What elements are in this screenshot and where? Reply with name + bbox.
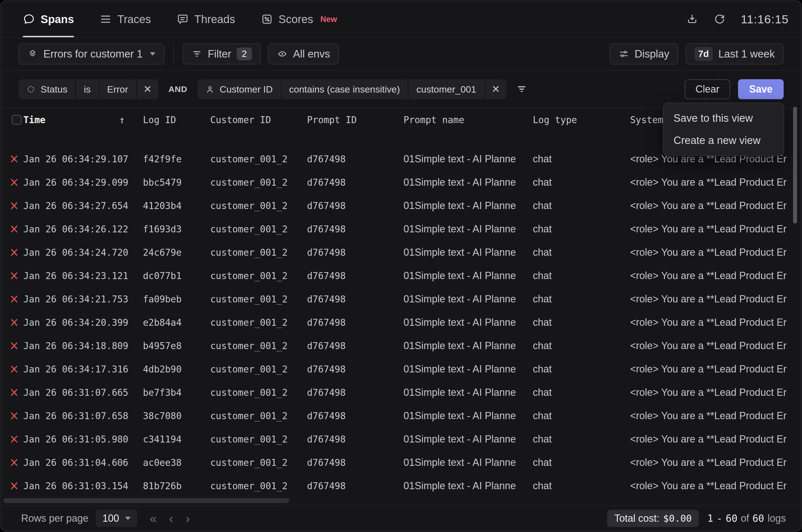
- condition-field[interactable]: Customer ID: [198, 79, 281, 99]
- cell-log-id: ac0ee38: [143, 457, 210, 468]
- table-row[interactable]: Jan 26 06:31:07.658 38c7080 customer_001…: [1, 404, 801, 428]
- cell-prompt-id: d767498: [307, 457, 404, 468]
- footer-bar: Rows per page 100 « ‹ › Total cost: $0.0…: [1, 505, 801, 531]
- cell-log-id: b4957e8: [143, 341, 210, 352]
- filter-button[interactable]: Filter 2: [183, 43, 261, 64]
- cell-time: Jan 26 06:34:18.809: [23, 341, 143, 352]
- cell-prompt-name: 01Simple text - AI Planne: [404, 480, 533, 492]
- cell-prompt-name: 01Simple text - AI Planne: [404, 270, 533, 282]
- menu-item-create-a-new-view[interactable]: Create a new view: [664, 129, 784, 151]
- cell-system-message: <role> You are a **Lead Product Er: [630, 457, 801, 468]
- table-row[interactable]: Jan 26 06:31:03.154 81b726b customer_001…: [1, 474, 801, 497]
- table-row[interactable]: Jan 26 06:34:21.753 fa09beb customer_001…: [1, 287, 801, 311]
- vertical-scrollbar[interactable]: [793, 107, 797, 224]
- condition-operator[interactable]: contains (case insensitive): [281, 79, 408, 99]
- condition-value-label: Error: [107, 84, 128, 95]
- cell-system-message: <role> You are a **Lead Product Er: [630, 363, 801, 375]
- column-header-customer-id[interactable]: Customer ID: [210, 115, 307, 125]
- condition-field[interactable]: Status: [18, 79, 75, 99]
- display-button[interactable]: Display: [610, 43, 678, 64]
- download-button[interactable]: [686, 13, 698, 25]
- cell-system-message: <role> You are a **Lead Product Er: [630, 433, 801, 445]
- add-filter-button[interactable]: [516, 83, 527, 95]
- cell-log-id: be7f3b4: [143, 387, 210, 398]
- cell-prompt-id: d767498: [307, 154, 404, 165]
- cell-log-type: chat: [533, 387, 630, 398]
- sliders-icon: [618, 49, 629, 59]
- refresh-button[interactable]: [713, 13, 725, 25]
- total-count: 60: [752, 513, 764, 524]
- total-cost-value: $0.00: [663, 513, 692, 524]
- cell-customer-id: customer_001_2: [210, 224, 307, 234]
- column-header-prompt-id[interactable]: Prompt ID: [307, 115, 404, 125]
- table-row[interactable]: Jan 26 06:34:24.720 24c679e customer_001…: [1, 241, 801, 264]
- environments-button[interactable]: All envs: [268, 43, 339, 64]
- first-page-button[interactable]: «: [150, 512, 157, 525]
- previous-page-button[interactable]: ‹: [169, 512, 173, 525]
- table-row[interactable]: Jan 26 06:34:27.654 41203b4 customer_001…: [1, 194, 801, 217]
- filter-condition-customer-id: Customer ID contains (case insensitive) …: [198, 79, 507, 99]
- column-header-log-id[interactable]: Log ID: [143, 115, 210, 125]
- cell-log-id: 81b726b: [143, 480, 210, 491]
- condition-operator[interactable]: is: [76, 79, 98, 99]
- view-selector-button[interactable]: Errors for customer 1: [18, 43, 164, 64]
- sort-ascending-icon[interactable]: ↑: [119, 114, 125, 126]
- table-row[interactable]: Jan 26 06:31:07.665 be7f3b4 customer_001…: [1, 381, 801, 404]
- conjunction-label: AND: [169, 84, 187, 94]
- cell-log-type: chat: [533, 317, 630, 328]
- toolbar: Errors for customer 1 Filter 2 All envs …: [1, 38, 801, 71]
- remove-condition-button[interactable]: ✕: [485, 79, 507, 99]
- next-page-button[interactable]: ›: [186, 512, 190, 525]
- cell-system-message: <role> You are a **Lead Product Er: [630, 247, 801, 258]
- condition-value[interactable]: customer_001: [409, 79, 484, 99]
- table-row[interactable]: Jan 26 06:34:18.809 b4957e8 customer_001…: [1, 334, 801, 358]
- app-screen: Spans Traces Threads Scores New: [0, 0, 802, 532]
- rows-per-page-select[interactable]: 100: [96, 510, 137, 527]
- error-status-icon: [9, 317, 23, 328]
- tab-scores[interactable]: Scores New: [261, 1, 337, 37]
- cell-time: Jan 26 06:31:04.606: [23, 457, 143, 468]
- time-range-button[interactable]: 7d Last 1 week: [686, 43, 784, 64]
- table-row[interactable]: Jan 26 06:31:05.980 c341194 customer_001…: [1, 428, 801, 451]
- clear-filters-button[interactable]: Clear: [685, 79, 730, 99]
- cell-log-id: c341194: [143, 434, 210, 445]
- cell-customer-id: customer_001_2: [210, 201, 307, 211]
- condition-value[interactable]: Error: [99, 79, 136, 99]
- remove-condition-button[interactable]: ✕: [137, 79, 158, 99]
- logs-label: logs: [767, 513, 786, 524]
- tab-spans[interactable]: Spans: [23, 1, 74, 37]
- cell-prompt-name: 01Simple text - AI Planne: [404, 153, 533, 165]
- cell-log-type: chat: [533, 433, 630, 445]
- app-window: Spans Traces Threads Scores New: [1, 1, 801, 531]
- cell-log-type: chat: [533, 247, 630, 258]
- column-header-log-type[interactable]: Log type: [533, 115, 630, 125]
- cell-prompt-id: d767498: [307, 387, 404, 398]
- cell-prompt-id: d767498: [307, 364, 404, 375]
- column-header-time[interactable]: Time: [23, 115, 45, 125]
- cell-log-type: chat: [533, 363, 630, 375]
- menu-item-save-to-this-view[interactable]: Save to this view: [664, 107, 784, 129]
- select-all-checkbox[interactable]: [12, 115, 22, 125]
- table-row[interactable]: Jan 26 06:34:23.121 dc077b1 customer_001…: [1, 264, 801, 287]
- cell-prompt-id: d767498: [307, 411, 404, 421]
- tab-traces[interactable]: Traces: [99, 1, 151, 37]
- table-row[interactable]: Jan 26 06:34:17.316 4db2b90 customer_001…: [1, 358, 801, 381]
- save-view-button[interactable]: Save: [738, 79, 784, 99]
- range-start: 1: [707, 513, 713, 524]
- cell-log-type: chat: [533, 410, 630, 422]
- user-icon: [205, 84, 215, 94]
- cell-prompt-name: 01Simple text - AI Planne: [404, 247, 533, 258]
- cell-log-type: chat: [533, 480, 630, 492]
- table-row[interactable]: Jan 26 06:34:26.122 f1693d3 customer_001…: [1, 217, 801, 241]
- table-row[interactable]: Jan 26 06:34:20.399 e2b84a4 customer_001…: [1, 311, 801, 334]
- table-row[interactable]: Jan 26 06:31:04.606 ac0ee38 customer_001…: [1, 451, 801, 474]
- cell-time: Jan 26 06:34:29.107: [23, 154, 143, 165]
- topbar-actions: 11:16:15: [686, 1, 789, 37]
- column-header-prompt-name[interactable]: Prompt name: [404, 115, 533, 125]
- horizontal-scrollbar[interactable]: [3, 498, 289, 503]
- tab-threads[interactable]: Threads: [176, 1, 235, 37]
- condition-operator-label: contains (case insensitive): [289, 84, 400, 95]
- table-row[interactable]: Jan 26 06:34:29.099 bbc5479 customer_001…: [1, 171, 801, 194]
- filter-lines-icon: [192, 49, 202, 59]
- condition-field-label: Customer ID: [220, 84, 273, 95]
